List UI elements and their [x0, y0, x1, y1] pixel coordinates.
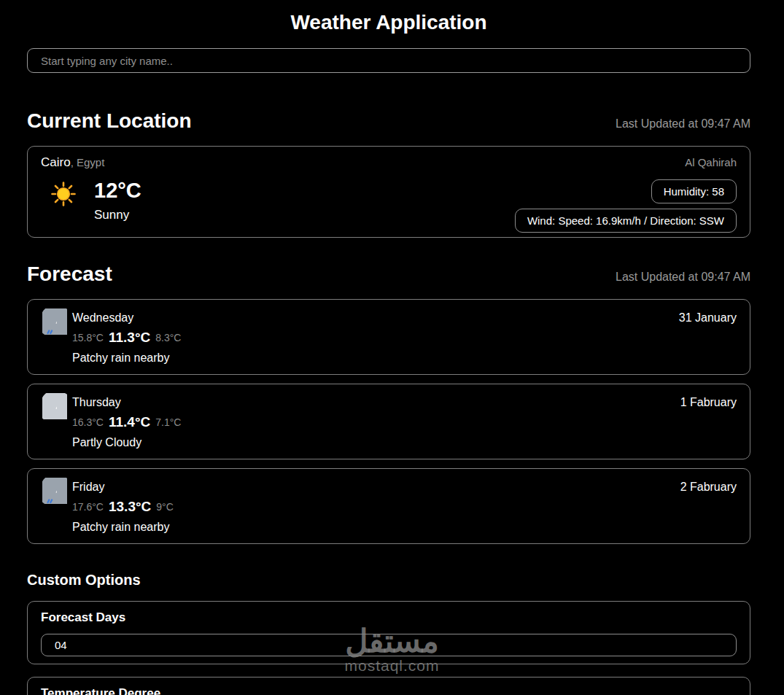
forecast-card-friday: Friday 2 Fabruary 17.6°C 13.3°C 9°C Patc… [27, 468, 750, 544]
current-city-line: Cairo, Egypt [41, 155, 104, 170]
patchy-rain-icon [42, 478, 67, 504]
forecast-date: 31 January [679, 311, 737, 325]
max-temp: 17.6°C [72, 502, 104, 513]
current-temp-block: 12°C Sunny [94, 179, 141, 233]
forecast-condition: Patchy rain nearby [72, 352, 737, 365]
weather-app: Weather Application Current Location Las… [27, 11, 750, 695]
forecast-card-thursday: Thursday 1 Fabruary 16.3°C 11.4°C 7.1°C … [27, 384, 750, 459]
patchy-rain-icon [42, 308, 67, 335]
avg-temp: 11.3°C [109, 330, 150, 346]
avg-temp: 13.3°C [109, 500, 151, 515]
forecast-days-label: Forecast Days [41, 610, 737, 625]
wind-badge: Wind: Speed: 16.9km/h / Direction: SSW [515, 209, 737, 233]
forecast-last-updated: Last Updated at 09:47 AM [616, 271, 750, 286]
current-weather-card: Cairo, Egypt Al Qahirah [27, 146, 750, 238]
forecast-temps: 17.6°C 13.3°C 9°C [72, 500, 737, 515]
forecast-condition: Partly Cloudy [72, 436, 737, 449]
forecast-day-name: Wednesday [72, 311, 133, 325]
page-title: Weather Application [27, 11, 750, 34]
custom-options-heading: Custom Options [27, 572, 750, 589]
forecast-day-name: Friday [72, 481, 104, 494]
current-location-heading: Current Location [27, 110, 192, 133]
partly-cloudy-icon [42, 393, 67, 419]
sunny-icon [50, 181, 77, 207]
max-temp: 16.3°C [72, 417, 104, 428]
forecast-section-head: Forecast Last Updated at 09:47 AM [27, 263, 750, 286]
avg-temp: 11.4°C [109, 415, 150, 430]
city-search-input[interactable] [27, 48, 750, 73]
min-temp: 9°C [156, 502, 174, 513]
city-name: Cairo [41, 155, 71, 169]
temperature-degree-label: Temperature Degree [41, 686, 737, 695]
region-name: Al Qahirah [685, 156, 737, 168]
min-temp: 8.3°C [155, 333, 181, 343]
forecast-condition: Patchy rain nearby [72, 521, 737, 534]
max-temp: 15.8°C [72, 333, 104, 343]
forecast-temps: 16.3°C 11.4°C 7.1°C [72, 415, 737, 430]
forecast-temps: 15.8°C 11.3°C 8.3°C [72, 330, 737, 346]
forecast-date: 2 Fabruary [680, 481, 737, 494]
current-location-section-head: Current Location Last Updated at 09:47 A… [27, 110, 750, 133]
temperature-degree-card: Temperature Degree [27, 677, 750, 695]
forecast-days-input[interactable] [41, 634, 737, 656]
forecast-date: 1 Fabruary [680, 396, 737, 409]
forecast-day-name: Thursday [72, 396, 121, 409]
min-temp: 7.1°C [155, 417, 181, 428]
current-condition: Sunny [94, 208, 141, 222]
current-last-updated: Last Updated at 09:47 AM [616, 117, 750, 133]
country-name: , Egypt [71, 156, 105, 168]
humidity-badge: Humidity: 58 [651, 179, 737, 203]
forecast-days-card: Forecast Days [27, 601, 750, 665]
forecast-card-wednesday: Wednesday 31 January 15.8°C 11.3°C 8.3°C… [27, 299, 750, 375]
forecast-heading: Forecast [27, 263, 112, 286]
current-temperature: 12°C [94, 179, 141, 203]
